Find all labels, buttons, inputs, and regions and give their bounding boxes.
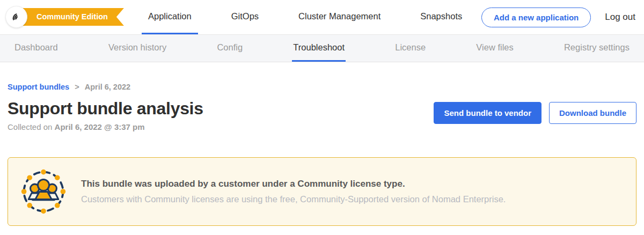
title-block: Support bundle analysis Collected on Apr… xyxy=(8,99,203,131)
brand-area: Community Edition xyxy=(0,0,134,34)
add-new-application-button[interactable]: Add a new application xyxy=(481,8,591,27)
main-content: Support bundles > April 6, 2022 Support … xyxy=(0,62,644,226)
community-people-icon xyxy=(19,167,68,216)
download-bundle-button[interactable]: Download bundle xyxy=(549,102,636,124)
subnav-version-history[interactable]: Version history xyxy=(107,35,167,62)
page-title: Support bundle analysis xyxy=(8,99,203,119)
notice-heading: This bundle was uploaded by a customer u… xyxy=(81,179,506,189)
tab-application[interactable]: Application xyxy=(142,0,198,34)
subnav-view-files[interactable]: View files xyxy=(475,35,514,62)
subnav-troubleshoot[interactable]: Troubleshoot xyxy=(292,35,346,62)
send-bundle-to-vendor-button[interactable]: Send bundle to vendor xyxy=(434,102,541,124)
top-navigation: Community Edition Application GitOps Clu… xyxy=(0,0,644,34)
tab-snapshots[interactable]: Snapshots xyxy=(414,0,469,34)
breadcrumb-current-bundle: April 6, 2022 xyxy=(85,83,130,91)
tab-gitops[interactable]: GitOps xyxy=(225,0,265,34)
subnav-dashboard[interactable]: Dashboard xyxy=(13,35,59,62)
notice-body: Customers with Community licenses are us… xyxy=(81,194,506,204)
bundle-actions: Send bundle to vendor Download bundle xyxy=(434,102,636,124)
top-nav-right: Add a new application Log out xyxy=(481,8,644,27)
breadcrumb-support-bundles-link[interactable]: Support bundles xyxy=(8,83,69,91)
collected-prefix: Collected on xyxy=(8,122,55,131)
collected-value: April 6, 2022 @ 3:37 pm xyxy=(55,122,145,131)
replicated-logo[interactable] xyxy=(5,6,27,28)
subnav-license[interactable]: License xyxy=(394,35,427,62)
subnav-registry-settings[interactable]: Registry settings xyxy=(563,35,631,62)
community-license-notice: This bundle was uploaded by a customer u… xyxy=(8,157,636,226)
logout-link[interactable]: Log out xyxy=(605,12,635,23)
app-sub-navigation: Dashboard Version history Config Trouble… xyxy=(0,34,644,62)
community-edition-ribbon: Community Edition xyxy=(16,8,124,26)
replicated-waves-icon xyxy=(11,10,23,24)
subnav-config[interactable]: Config xyxy=(216,35,244,62)
tab-cluster-management[interactable]: Cluster Management xyxy=(292,0,387,34)
breadcrumb-separator: > xyxy=(75,83,79,91)
page-header-row: Support bundle analysis Collected on Apr… xyxy=(8,99,636,131)
collected-timestamp: Collected on April 6, 2022 @ 3:37 pm xyxy=(8,122,203,131)
breadcrumb: Support bundles > April 6, 2022 xyxy=(8,83,636,91)
notice-text-block: This bundle was uploaded by a customer u… xyxy=(81,179,506,204)
top-tabs: Application GitOps Cluster Management Sn… xyxy=(142,0,469,34)
